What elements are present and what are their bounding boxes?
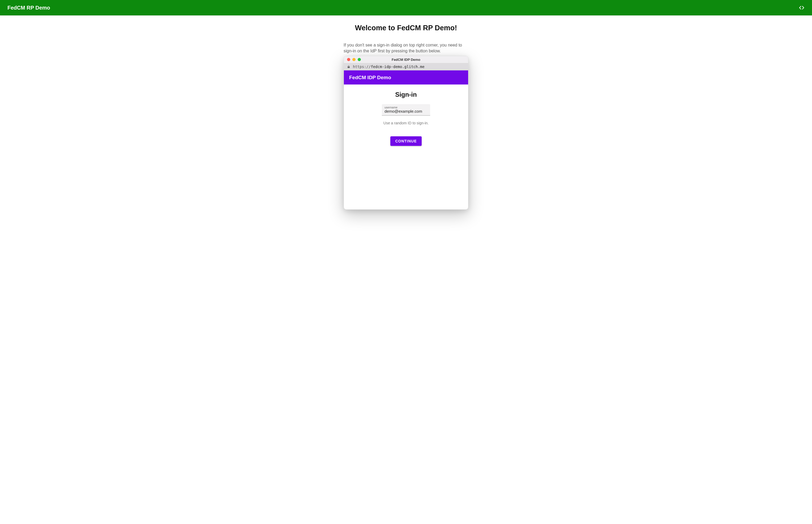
window-titlebar: FedCM IDP Demo bbox=[344, 56, 468, 63]
page-heading: Welcome to FedCM RP Demo! bbox=[0, 24, 812, 32]
signin-heading: Sign-in bbox=[349, 91, 463, 98]
inner-header-title: FedCM IDP Demo bbox=[349, 75, 391, 81]
url-protocol: https:// bbox=[353, 65, 371, 69]
lock-icon bbox=[347, 65, 350, 68]
url-text: https://fedcm-idp-demo.glitch.me bbox=[353, 65, 425, 69]
inner-header: FedCM IDP Demo bbox=[344, 70, 468, 84]
code-icon[interactable] bbox=[799, 5, 805, 11]
window-maximize-icon[interactable] bbox=[358, 58, 361, 61]
url-bar[interactable]: https://fedcm-idp-demo.glitch.me bbox=[344, 63, 468, 70]
content-wrap: If you don't see a sign-in dialog on top… bbox=[343, 42, 469, 210]
username-input-wrap[interactable]: username bbox=[382, 104, 430, 116]
outer-header: FedCM RP Demo bbox=[0, 0, 812, 15]
browser-window: FedCM IDP Demo https://fedcm-idp-demo.gl… bbox=[343, 56, 469, 210]
page-description: If you don't see a sign-in dialog on top… bbox=[343, 42, 469, 54]
traffic-lights bbox=[344, 58, 361, 61]
continue-button[interactable]: CONTINUE bbox=[390, 136, 421, 146]
window-minimize-icon[interactable] bbox=[352, 58, 356, 61]
window-close-icon[interactable] bbox=[347, 58, 350, 61]
outer-header-title: FedCM RP Demo bbox=[7, 5, 50, 11]
window-title: FedCM IDP Demo bbox=[344, 58, 468, 62]
inner-content: Sign-in username Use a random ID to sign… bbox=[344, 84, 468, 209]
url-domain: fedcm-idp-demo.glitch.me bbox=[371, 65, 424, 69]
username-label: username bbox=[385, 106, 427, 109]
username-field[interactable] bbox=[385, 109, 427, 113]
helper-text: Use a random ID to sign-in. bbox=[349, 121, 463, 125]
